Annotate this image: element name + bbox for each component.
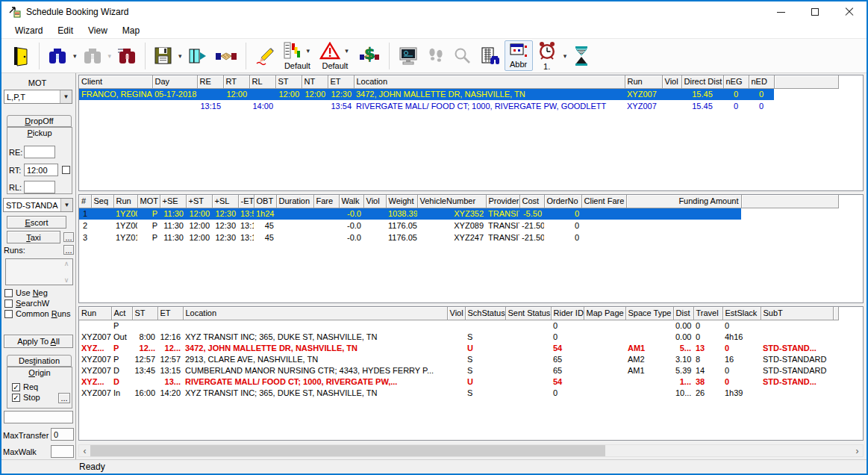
cell[interactable]: [197, 88, 223, 100]
table-row[interactable]: XYZ007In16:0014:20XYZ TRANSIT INC; 365, …: [79, 387, 863, 398]
cell[interactable]: 11:30: [160, 208, 186, 220]
cell[interactable]: 0: [693, 320, 722, 331]
cell[interactable]: 13:15: [238, 232, 254, 243]
use-neg-checkbox-row[interactable]: Use Neg: [4, 288, 48, 297]
find-secondary-button[interactable]: [79, 45, 106, 67]
col-header-walk[interactable]: Walk: [339, 195, 363, 208]
col-header-et[interactable]: ET: [328, 75, 354, 88]
cell[interactable]: P: [137, 220, 160, 232]
re-field[interactable]: [24, 146, 55, 158]
col-header-location[interactable]: Location: [183, 307, 447, 320]
col-header-sent-status[interactable]: Sent Status: [505, 307, 551, 320]
cell[interactable]: 54: [551, 342, 584, 353]
cell[interactable]: 15.45: [681, 100, 723, 112]
cell[interactable]: [79, 320, 111, 331]
cell[interactable]: 2913, CLARE AVE, NASHVILLE, TN: [183, 353, 447, 364]
cell[interactable]: 11:30: [160, 232, 186, 243]
table-row[interactable]: 21YZ008P11:3012:0012:3013:1545-0.01176.0…: [79, 220, 863, 232]
table-row[interactable]: XYZ007Out8:0012:16XYZ TRANSIT INC; 365, …: [79, 331, 863, 342]
cell[interactable]: 10...: [673, 387, 693, 398]
apply-to-all-button[interactable]: Apply To All: [4, 335, 73, 348]
cell[interactable]: 11:30: [160, 220, 186, 232]
cell[interactable]: XYZ007: [79, 364, 111, 376]
cell[interactable]: 13:15: [238, 220, 254, 232]
col-header-subt[interactable]: SubT: [761, 307, 833, 320]
runs-listbox[interactable]: ∧∨: [5, 258, 73, 285]
col-header-re[interactable]: RE: [197, 75, 223, 88]
cell[interactable]: [505, 331, 551, 342]
tab-pickup[interactable]: Pickup: [7, 128, 72, 140]
schedule-quality-dropdown-arrow[interactable]: ▾: [305, 47, 313, 55]
cell[interactable]: 12:00: [186, 208, 212, 220]
schedule-quality-button[interactable]: ▾ Default: [279, 40, 316, 72]
cell[interactable]: 13: [693, 342, 722, 353]
cell[interactable]: 12...: [157, 342, 183, 353]
cell[interactable]: [505, 387, 551, 398]
cell[interactable]: 26: [693, 387, 722, 398]
col-header-day[interactable]: Day: [152, 75, 197, 88]
cell[interactable]: [662, 88, 681, 100]
stop-checkbox[interactable]: ✓: [12, 394, 20, 402]
cell[interactable]: XYZ007: [79, 353, 111, 364]
cell[interactable]: [584, 387, 625, 398]
max-transfer-field[interactable]: 0: [51, 428, 74, 441]
cell[interactable]: [132, 376, 157, 387]
cell[interactable]: STD-STANDARD: [761, 353, 833, 364]
cell[interactable]: XYZ TRANSIT INC; 365, DUKE ST, NASHVILLE…: [183, 387, 447, 398]
cell[interactable]: 1038.39: [386, 208, 417, 220]
col-header--se[interactable]: +SE: [160, 195, 186, 208]
col-header-orderno[interactable]: OrderNo: [544, 195, 581, 208]
col-header-fare[interactable]: Fare: [313, 195, 339, 208]
cell[interactable]: [249, 88, 275, 100]
cell[interactable]: TRANSIT: [486, 208, 519, 220]
menu-edit[interactable]: Edit: [50, 24, 81, 37]
cell[interactable]: TRANSIT: [486, 220, 519, 232]
col-header-viol[interactable]: Viol: [363, 195, 386, 208]
cell[interactable]: U: [465, 342, 505, 353]
cell[interactable]: [505, 353, 551, 364]
rl-field[interactable]: [24, 181, 55, 193]
cell[interactable]: [447, 353, 465, 364]
col-header-duration[interactable]: Duration: [276, 195, 313, 208]
cell[interactable]: 5...: [673, 342, 693, 353]
cell[interactable]: 0: [722, 376, 761, 387]
cell[interactable]: [581, 220, 626, 232]
provider-search-button[interactable]: [476, 45, 505, 67]
cell[interactable]: U: [465, 376, 505, 387]
cell[interactable]: [505, 320, 551, 331]
cell[interactable]: 15.45: [681, 88, 723, 100]
edit-pencil-button[interactable]: [251, 45, 279, 67]
cell[interactable]: 12:00: [223, 88, 249, 100]
cell[interactable]: 1YZ008: [113, 220, 137, 232]
cell[interactable]: P: [137, 232, 160, 243]
cell[interactable]: 0: [544, 232, 581, 243]
cell[interactable]: RIVERGATE MALL/ FOOD CT; 1000, RIVERGATE…: [354, 100, 625, 112]
find-bookings-button[interactable]: [113, 45, 140, 67]
col-header--st[interactable]: +ST: [186, 195, 212, 208]
col-header-run[interactable]: Run: [113, 195, 137, 208]
cell[interactable]: [505, 342, 551, 353]
cell[interactable]: [626, 208, 741, 220]
cell[interactable]: 0: [693, 331, 722, 342]
cell[interactable]: [625, 387, 673, 398]
cell[interactable]: 12:00: [275, 88, 302, 100]
cell[interactable]: -0.0: [339, 232, 363, 243]
tab-origin[interactable]: Origin: [7, 367, 72, 379]
col-header-rt[interactable]: RT: [223, 75, 249, 88]
cell[interactable]: [363, 220, 386, 232]
table-row[interactable]: XYZ007P12:5712:572913, CLARE AVE, NASHVI…: [79, 353, 863, 364]
cell[interactable]: 12:16: [157, 331, 183, 342]
cell[interactable]: [584, 342, 625, 353]
table-row[interactable]: XYZ007D13:4513:15CUMBERLAND MANOR NURSIN…: [79, 364, 863, 376]
col-header--[interactable]: #: [79, 195, 91, 208]
cell[interactable]: 0: [722, 364, 761, 376]
cell[interactable]: 4h16: [722, 331, 761, 342]
cell[interactable]: [79, 100, 152, 112]
cell[interactable]: [505, 376, 551, 387]
scroll-up-icon[interactable]: ∧: [64, 260, 69, 267]
cell[interactable]: [91, 220, 113, 232]
cell[interactable]: [132, 320, 157, 331]
cell[interactable]: 0: [544, 208, 581, 220]
cell[interactable]: 12:00: [186, 220, 212, 232]
cell[interactable]: 12:30: [212, 232, 238, 243]
